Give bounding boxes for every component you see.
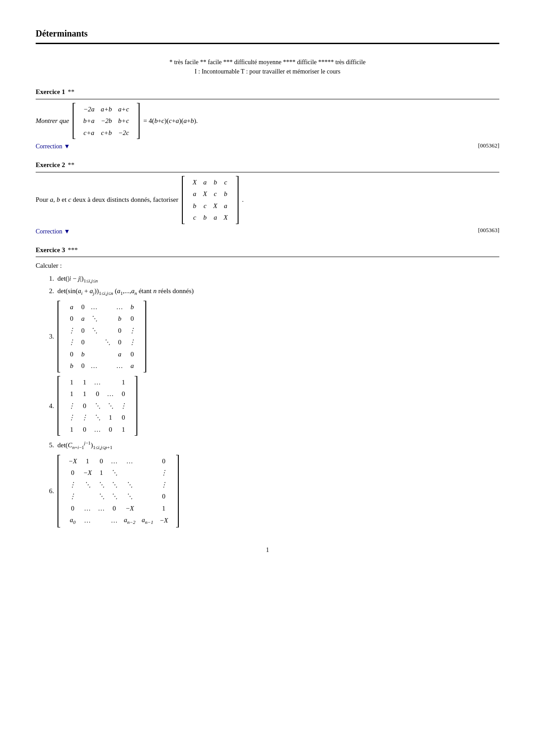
- page-title: Déterminants: [36, 27, 499, 40]
- exercise-2-correction[interactable]: Correction ▼: [36, 227, 70, 236]
- ex1-matrix: −2a a+b a+c b+a −2b b+c c+a c+b −2c: [73, 103, 140, 139]
- exercise-1-rule: [36, 99, 499, 99]
- exercise-1-header: Exercice 1 **: [36, 87, 499, 97]
- ex3-item-5: 5. det(Cn+i−1j−1)1≤i,j≤p+1: [49, 439, 499, 451]
- ex3-matrix-4: 1 1 … 1 1 1 0 … 0 ⋮ 0: [58, 376, 137, 436]
- exercise-2: Exercice 2 ** Pour a, b et c deux à deux…: [36, 160, 499, 236]
- exercise-1-id: [005362]: [478, 141, 499, 150]
- exercise-2-rule: [36, 172, 499, 172]
- ex3-item-3-label: 3.: [49, 331, 54, 342]
- exercise-3-rule: [36, 257, 499, 257]
- exercise-1-body: Montrer que −2a a+b a+c b+a −2b b+c: [36, 103, 499, 139]
- ex3-matrix-6: −X 1 0 … … 0 0 −X 1 ⋱: [58, 455, 179, 527]
- ex3-matrix-3: a 0 … … b 0 a ⋱ b 0: [58, 301, 146, 372]
- page-number: 1: [36, 545, 499, 555]
- exercise-3-label: Exercice 3: [36, 245, 65, 255]
- title-rule: [36, 43, 499, 44]
- exercise-3-body: Calculer : 1. det(|i − j|)1≤i,j≤n 2. det…: [36, 261, 499, 527]
- exercise-3: Exercice 3 *** Calculer : 1. det(|i − j|…: [36, 245, 499, 527]
- exercise-2-footer: Correction ▼ [005363]: [36, 225, 499, 236]
- exercise-2-label: Exercice 2: [36, 160, 65, 170]
- ex3-item-2: 2. det(sin(ai + aj))1≤i,j≤n (a1,...,an é…: [49, 286, 499, 297]
- ex3-item-4-label: 4.: [49, 401, 54, 411]
- ex2-dot: .: [242, 195, 244, 205]
- exercise-1-correction[interactable]: Correction ▼: [36, 142, 70, 151]
- ex3-intro: Calculer :: [36, 261, 499, 271]
- exercise-3-header: Exercice 3 ***: [36, 245, 499, 255]
- exercise-1: Exercice 1 ** Montrer que −2a a+b a+c b+…: [36, 87, 499, 151]
- exercise-2-id: [005363]: [478, 226, 499, 235]
- ex2-matrix: X a b c a X c b b c X a: [182, 176, 239, 224]
- ex3-item-4-block: 4. 1 1 … 1 1 1 0 … 0: [49, 376, 499, 436]
- exercise-2-body: Pour a, b et c deux à deux distincts don…: [36, 176, 499, 224]
- exercise-2-header: Exercice 2 **: [36, 160, 499, 170]
- ex3-item-6-label: 6.: [49, 486, 54, 496]
- exercise-1-footer: Correction ▼ [005362]: [36, 140, 499, 151]
- ex2-text: Pour a, b et c deux à deux distincts don…: [36, 195, 178, 205]
- ex3-item-3-block: 3. a 0 … … b 0 a ⋱: [49, 301, 499, 372]
- ex3-item-6-block: 6. −X 1 0 … … 0 0 −X: [49, 455, 499, 527]
- difficulty-legend: * très facile ** facile *** difficulté m…: [36, 57, 499, 76]
- exercise-1-label: Exercice 1: [36, 87, 65, 97]
- exercise-1-stars: **: [68, 87, 74, 97]
- exercise-3-stars: ***: [68, 245, 78, 255]
- ex1-result: = 4(b+c)(c+a)(a+b).: [143, 116, 198, 126]
- ex1-text: Montrer que: [36, 116, 69, 126]
- ex3-item-1: 1. det(|i − j|)1≤i,j≤n: [49, 274, 499, 285]
- exercise-2-stars: **: [68, 160, 74, 170]
